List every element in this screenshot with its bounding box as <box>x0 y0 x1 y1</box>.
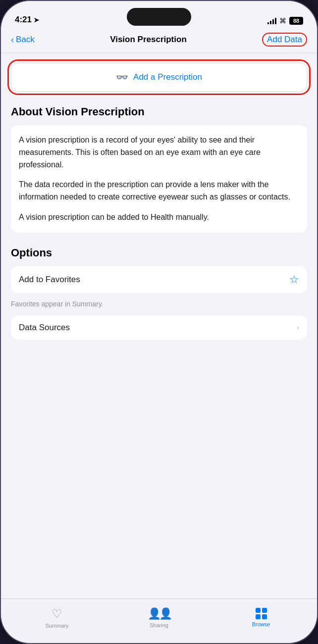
tab-sharing[interactable]: 👤👤 Sharing <box>139 607 179 628</box>
add-prescription-label: Add a Prescription <box>133 72 202 82</box>
main-content: 👓 Add a Prescription About Vision Prescr… <box>1 53 317 598</box>
dynamic-island <box>127 8 191 26</box>
signal-icon <box>267 17 276 24</box>
tab-browse[interactable]: Browse <box>241 608 281 627</box>
heart-icon: ♡ <box>52 607 62 621</box>
star-icon: ☆ <box>289 273 299 286</box>
about-heading: About Vision Prescription <box>1 103 317 125</box>
browse-tab-label: Browse <box>252 621 270 627</box>
sharing-tab-label: Sharing <box>150 622 168 628</box>
location-arrow-icon: ➤ <box>34 16 39 24</box>
glasses-icon: 👓 <box>116 71 128 83</box>
options-card: Add to Favorites ☆ <box>11 266 307 293</box>
phone-frame: 4:21 ➤ ⌘ 88 ‹ Back Vi <box>0 0 318 644</box>
phone-screen: 4:21 ➤ ⌘ 88 ‹ Back Vi <box>1 1 317 643</box>
navigation-bar: ‹ Back Vision Prescription Add Data <box>1 29 317 53</box>
time-display: 4:21 <box>15 15 32 25</box>
options-heading: Options <box>1 245 317 266</box>
about-paragraph-2: The data recorded in the prescription ca… <box>19 179 299 203</box>
add-to-favorites-label: Add to Favorites <box>19 275 80 285</box>
battery-indicator: 88 <box>289 17 303 25</box>
data-sources-card: Data Sources › <box>11 316 307 340</box>
chevron-right-icon: › <box>297 323 299 332</box>
battery-level: 88 <box>293 18 299 24</box>
tab-bar: ♡ Summary 👤👤 Sharing Browse <box>1 598 317 643</box>
sharing-icon: 👤👤 <box>148 607 170 620</box>
summary-tab-label: Summary <box>45 623 68 629</box>
add-prescription-button[interactable]: 👓 Add a Prescription <box>11 63 307 92</box>
chevron-left-icon: ‹ <box>11 35 14 45</box>
status-time: 4:21 ➤ <box>15 15 39 25</box>
data-sources-label: Data Sources <box>19 323 70 333</box>
data-sources-row[interactable]: Data Sources › <box>11 316 307 340</box>
add-data-button[interactable]: Add Data <box>262 33 307 47</box>
status-right: ⌘ 88 <box>267 17 303 25</box>
about-paragraph-1: A vision prescription is a record of you… <box>19 134 299 171</box>
back-label: Back <box>16 35 35 45</box>
browse-grid-icon <box>256 608 267 619</box>
favorites-subtitle: Favorites appear in Summary. <box>1 297 317 308</box>
about-info-card: A vision prescription is a record of you… <box>11 125 307 233</box>
page-title: Vision Prescription <box>110 35 187 45</box>
add-prescription-wrapper: 👓 Add a Prescription <box>1 53 317 103</box>
about-paragraph-3: A vision prescription can be added to He… <box>19 211 299 224</box>
add-to-favorites-row[interactable]: Add to Favorites ☆ <box>11 266 307 293</box>
tab-summary[interactable]: ♡ Summary <box>37 607 77 629</box>
back-button[interactable]: ‹ Back <box>11 35 35 45</box>
wifi-icon: ⌘ <box>279 17 286 25</box>
